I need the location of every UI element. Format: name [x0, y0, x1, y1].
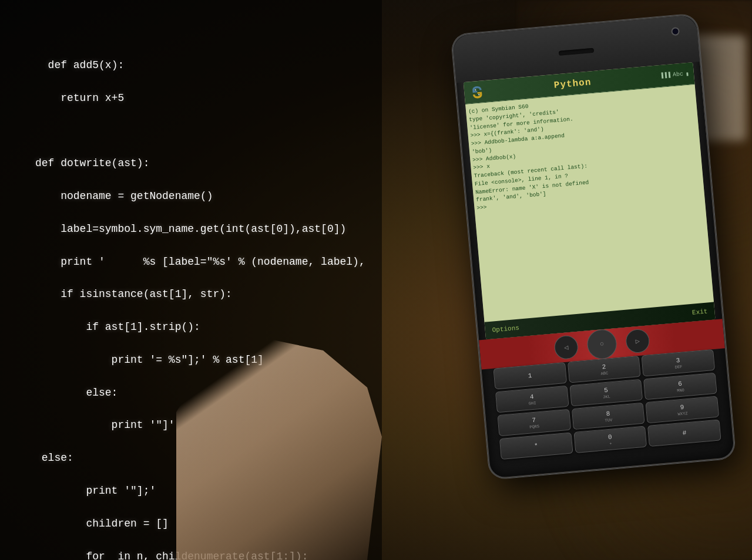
key-5-number: 5: [604, 386, 609, 394]
code-line-9: if ast[1].strip():: [35, 321, 200, 333]
screen-icons: ▐▐▐ Abc ▮: [660, 70, 690, 79]
screen-content: (c) on Symbian S60 type 'copyright', 'cr…: [465, 85, 714, 322]
key-0[interactable]: 0 +: [573, 426, 647, 453]
key-3-number: 3: [676, 356, 680, 364]
key-7-letters: PQRS: [529, 424, 539, 429]
key-6-letters: MNO: [677, 387, 684, 393]
phone-keypad: 1 2 ABC 3 DEF 4 GHI 5 JKL 6 MNO: [493, 349, 721, 460]
python-logo: [468, 83, 486, 101]
key-4-number: 4: [529, 393, 534, 400]
code-line-11: else:: [35, 387, 118, 399]
key-2-letters: ABC: [600, 370, 608, 376]
key-1-number: 1: [528, 372, 532, 379]
key-7-number: 7: [532, 416, 536, 424]
left-soft-key[interactable]: ◁: [553, 335, 579, 360]
key-9-letters: WXYZ: [677, 411, 687, 416]
svg-point-1: [478, 94, 479, 95]
signal-icon: ▐▐▐: [660, 72, 671, 79]
exit-button[interactable]: Exit: [692, 308, 708, 316]
key-7[interactable]: 7 PQRS: [497, 409, 570, 437]
key-5-letters: JKL: [603, 394, 610, 399]
code-line-1: def add5(x):: [48, 59, 125, 71]
code-line-3: [35, 124, 42, 136]
battery-icon: ▮: [685, 70, 689, 77]
key-hash-number: #: [682, 429, 687, 437]
key-4[interactable]: 4 GHI: [495, 386, 569, 413]
key-star[interactable]: *: [499, 433, 573, 460]
code-line-4: def dotwrite(ast):: [35, 157, 149, 169]
right-soft-key[interactable]: ▷: [625, 328, 650, 353]
python-snake-icon: [469, 85, 485, 100]
key-2-number: 2: [602, 363, 606, 370]
phone-speaker: [559, 48, 594, 56]
key-6[interactable]: 6 MNO: [643, 373, 717, 400]
code-line-5: nodename = getNodename(): [35, 190, 213, 202]
options-button[interactable]: Options: [492, 325, 519, 334]
code-line-15: children = []: [35, 518, 169, 529]
key-8-letters: TUV: [605, 417, 612, 423]
key-9[interactable]: 9 WXYZ: [646, 396, 719, 424]
key-star-number: *: [534, 443, 539, 450]
code-line-12: print '"]': [35, 419, 175, 431]
key-8[interactable]: 8 TUV: [572, 403, 645, 430]
python-title: Python: [553, 77, 592, 90]
code-line-7: print ' %s [label="%s' % (nodename, labe…: [35, 256, 365, 268]
key-8-number: 8: [606, 410, 610, 417]
key-5[interactable]: 5 JKL: [569, 379, 643, 407]
phone-screen: Python ▐▐▐ Abc ▮ (c) on Symbian S60 type…: [464, 62, 716, 339]
code-line-14: print '"];': [35, 485, 156, 497]
svg-point-0: [475, 89, 476, 90]
code-line-6: label=symbol.sym_name.get(int(ast[0]),as…: [35, 223, 346, 235]
key-4-letters: GHI: [529, 400, 536, 406]
abc-label: Abc: [672, 71, 683, 79]
key-9-number: 9: [680, 403, 684, 411]
code-line-13: else:: [35, 452, 73, 464]
code-line-2: return x+5: [35, 92, 124, 104]
key-0-number: 0: [608, 433, 613, 441]
phone-body: Python ▐▐▐ Abc ▮ (c) on Symbian S60 type…: [451, 14, 736, 480]
key-0-letters: +: [609, 441, 612, 446]
key-hash[interactable]: #: [647, 419, 721, 447]
phone-camera: [671, 27, 680, 36]
code-line-8: if isinstance(ast[1], str):: [35, 288, 232, 300]
key-3-letters: DEF: [674, 364, 682, 369]
phone: Python ▐▐▐ Abc ▮ (c) on Symbian S60 type…: [451, 14, 736, 480]
key-6-number: 6: [678, 380, 683, 387]
center-nav-key[interactable]: ○: [586, 328, 617, 360]
